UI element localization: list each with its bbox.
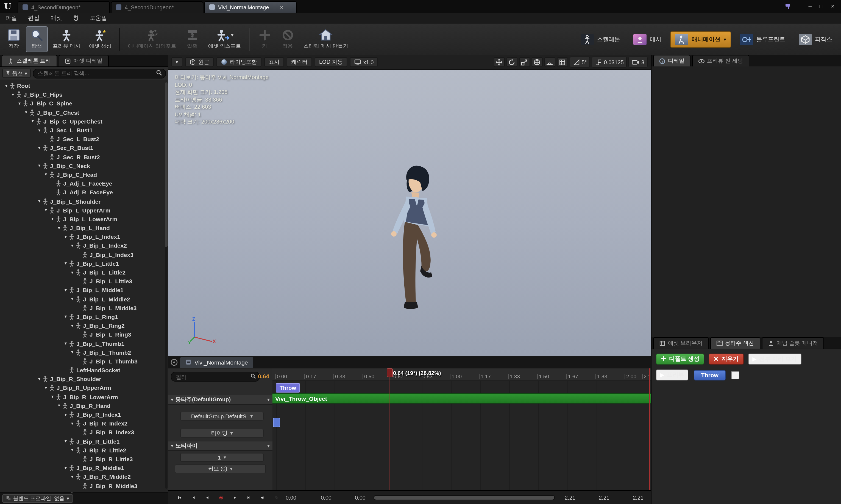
play-button[interactable]: [230, 493, 240, 502]
loop-button[interactable]: [271, 493, 281, 502]
skeleton-bone-row[interactable]: ▾J_Bip_L_Shoulder: [0, 197, 168, 205]
record-button[interactable]: [216, 493, 226, 502]
skeleton-bone-row[interactable]: ▾J_Bip_L_Ring2: [0, 321, 168, 330]
menu-편집[interactable]: 편집: [22, 13, 45, 24]
skeleton-bone-row[interactable]: ▾J_Bip_C_Head: [0, 170, 168, 179]
timeline-options-icon[interactable]: [170, 359, 178, 366]
skeleton-bone-row[interactable]: J_Bip_L_Thumb3: [0, 357, 168, 366]
chevron-down-icon[interactable]: ▾: [267, 443, 270, 449]
expander-icon[interactable]: ▾: [171, 397, 173, 402]
expander-icon[interactable]: ▾: [36, 199, 42, 204]
skeleton-bone-row[interactable]: J_Bip_R_Little3: [0, 455, 168, 463]
preview-all-button[interactable]: ▶ 전부 미리 보기: [748, 354, 802, 364]
expander-icon[interactable]: ▾: [69, 474, 75, 479]
skeleton-bone-row[interactable]: ▾J_Bip_R_UpperArm: [0, 383, 168, 392]
options-button[interactable]: 옵션 ▾: [2, 69, 31, 78]
chevron-down-icon[interactable]: ▾: [724, 37, 726, 42]
expander-icon[interactable]: ▾: [63, 314, 69, 319]
camera-speed-control[interactable]: 3: [629, 57, 648, 68]
world-coordinate-button[interactable]: [531, 57, 542, 67]
tab-close-icon[interactable]: ×: [280, 4, 283, 10]
skeleton-bone-row[interactable]: ▾J_Bip_L_Thumb2: [0, 348, 168, 357]
expander-icon[interactable]: ▾: [43, 208, 49, 213]
mode-mesh-button[interactable]: 메시: [629, 32, 666, 47]
skeleton-bone-row[interactable]: ▾J_Bip_L_Little2: [0, 268, 168, 277]
move-tool-button[interactable]: [494, 57, 505, 67]
skeleton-bone-row[interactable]: J_Sec_L_Bust2: [0, 134, 168, 143]
house-button[interactable]: 스태틱 메시 만들기: [300, 26, 352, 52]
clear-button[interactable]: 지우기: [709, 354, 744, 364]
timeline-scrollbar-thumb[interactable]: [374, 496, 554, 500]
curves-dropdown[interactable]: 커브 (0) ▾: [175, 465, 266, 473]
expander-icon[interactable]: ▾: [63, 465, 69, 470]
skeleton-bone-row[interactable]: J_Adj_L_FaceEye: [0, 179, 168, 188]
scale-snap-control[interactable]: 0.03125: [592, 57, 627, 68]
expander-icon[interactable]: ▾: [10, 92, 16, 97]
expander-icon[interactable]: ▾: [69, 421, 75, 426]
expander-icon[interactable]: ▾: [30, 119, 36, 124]
viewport-표시-button[interactable]: 표시: [264, 57, 284, 67]
expander-icon[interactable]: ▾: [56, 226, 62, 230]
expander-icon[interactable]: ▾: [69, 350, 75, 355]
tab-browser[interactable]: 애셋 브라우저: [653, 337, 708, 349]
slot-dropdown[interactable]: DefaultGroup.DefaultSl ▾: [180, 412, 264, 420]
skeleton-bone-row[interactable]: ▾J_Bip_L_Little1: [0, 259, 168, 268]
skeleton-bone-row[interactable]: ▾J_Bip_L_Index1: [0, 232, 168, 241]
skeleton-bone-row[interactable]: J_Bip_R_Index3: [0, 428, 168, 437]
timeline-ruler[interactable]: 0.000.170.330.500.670.831.001.171.331.50…: [273, 368, 651, 381]
tab-asset-details[interactable]: 애셋 디테일: [59, 55, 109, 67]
timeline-filter-input[interactable]: [175, 373, 250, 380]
tab-preview-scene[interactable]: 프리뷰 씬 세팅: [692, 55, 749, 67]
skeleton-bone-row[interactable]: ▾J_Bip_C_Neck: [0, 161, 168, 170]
expander-icon[interactable]: ▾: [56, 403, 62, 408]
play-reverse-button[interactable]: [202, 493, 213, 502]
mode-blueprint-button[interactable]: 블루프린트: [736, 32, 790, 47]
expander-icon[interactable]: ▾: [69, 296, 75, 301]
expander-icon[interactable]: ▾: [69, 323, 75, 328]
skeleton-bone-row[interactable]: ▾Root: [0, 81, 168, 90]
timeline-scrollbar[interactable]: [373, 495, 555, 500]
expander-icon[interactable]: ▾: [43, 172, 49, 177]
tab-slots[interactable]: 애님 슬롯 매니저: [761, 337, 824, 349]
menu-창[interactable]: 창: [68, 13, 84, 24]
skeleton-bone-row[interactable]: ▾J_Bip_R_LowerArm: [0, 392, 168, 401]
preview-button[interactable]: ▶ 프리뷰: [656, 370, 688, 380]
create-asset-button[interactable]: 애셋 생성: [85, 26, 115, 52]
expander-icon[interactable]: ▾: [69, 243, 75, 248]
menu-파일[interactable]: 파일: [0, 13, 22, 24]
viewport-canvas[interactable]: 미리보기: 몽타주 Vivi_NormalMontageLOD: 0현재 화면 …: [168, 69, 651, 356]
timeline-tracks[interactable]: 0.000.170.330.500.670.831.001.171.331.50…: [273, 368, 651, 491]
find-button[interactable]: 탐색: [26, 26, 48, 52]
skeleton-bone-row[interactable]: ▾J_Bip_R_Hand: [0, 401, 168, 410]
timeline-document-tab[interactable]: Vivi_NormalMontage: [180, 357, 253, 368]
skeleton-bone-row[interactable]: ▾J_Bip_C_Spine: [0, 99, 168, 108]
expander-icon[interactable]: ▾: [69, 270, 75, 275]
tree-scrollbar[interactable]: [165, 82, 168, 489]
close-button[interactable]: ×: [831, 3, 835, 9]
expander-icon[interactable]: ▾: [49, 394, 55, 399]
expander-icon[interactable]: ▾: [23, 110, 29, 115]
chevron-down-icon[interactable]: ▾: [231, 32, 233, 38]
step-back-button[interactable]: [188, 493, 199, 502]
skeleton-bone-row[interactable]: J_Bip_L_Middle3: [0, 303, 168, 312]
skeleton-bone-row[interactable]: ▾J_Bip_L_Index2: [0, 241, 168, 250]
expander-icon[interactable]: ▾: [43, 385, 49, 390]
launcher-icon[interactable]: [785, 3, 792, 10]
tab-details[interactable]: 디테일: [653, 55, 690, 67]
skeleton-bone-row[interactable]: ▾J_Bip_L_Middle2: [0, 294, 168, 303]
save-button[interactable]: 저장: [3, 26, 25, 52]
viewport-persp-button[interactable]: 원근: [185, 57, 214, 67]
skeleton-bone-row[interactable]: J_Sec_R_Bust2: [0, 152, 168, 161]
notify-group-row[interactable]: ▾ 노티파이 ▾: [168, 441, 273, 451]
expander-icon[interactable]: ▾: [63, 412, 69, 417]
viewport-lit-button[interactable]: 라이팅포함: [216, 57, 261, 67]
tab-sections[interactable]: 몽타주 섹션: [710, 337, 760, 349]
skeleton-bone-row[interactable]: ▾J_Bip_R_Little2: [0, 446, 168, 454]
skeleton-bone-row[interactable]: ▾J_Bip_L_Middle1: [0, 286, 168, 294]
maximize-button[interactable]: □: [820, 3, 823, 9]
scale-tool-button[interactable]: [519, 57, 530, 67]
surface-snap-button[interactable]: [544, 57, 555, 67]
skeleton-bone-row[interactable]: ▾J_Bip_R_Middle1: [0, 463, 168, 472]
skeleton-bone-row[interactable]: J_Bip_L_Little3: [0, 277, 168, 286]
expander-icon[interactable]: ▾: [36, 128, 42, 132]
